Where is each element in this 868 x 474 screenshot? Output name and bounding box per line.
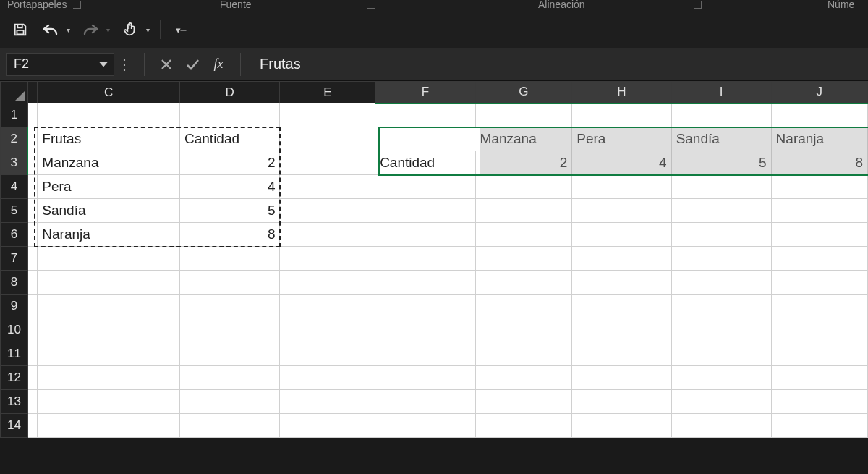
col-header-h[interactable]: H [572,82,671,103]
col-header-c[interactable]: C [38,82,180,103]
cell[interactable]: Naranja [771,127,867,151]
worksheet[interactable]: C D E F G H I J 1 2 Frutas Cantidad Frut… [0,81,868,438]
cell[interactable]: 4 [180,175,280,199]
row-header[interactable]: 2 [1,127,28,151]
cell[interactable]: 5 [671,151,771,175]
row-header[interactable]: 3 [1,151,28,175]
touch-mode-icon[interactable] [120,20,140,40]
divider [240,53,241,76]
cell[interactable]: 2 [180,151,280,175]
col-header-d[interactable]: D [180,82,280,103]
cell[interactable]: Pera [38,175,180,199]
touch-dropdown-icon[interactable]: ▾ [146,26,150,34]
divider [144,53,145,76]
redo-icon[interactable] [80,20,101,40]
cell[interactable]: Manzana [38,151,180,175]
cell[interactable]: Cantidad [375,151,475,175]
cell[interactable]: 5 [180,199,280,223]
save-icon[interactable] [10,20,30,40]
col-header-e[interactable]: E [280,82,375,103]
cell[interactable]: 8 [180,223,280,247]
row-header[interactable]: 9 [1,295,28,318]
row-header[interactable]: 7 [1,247,28,271]
accept-formula-icon[interactable] [179,58,205,71]
row-header[interactable]: 8 [1,271,28,295]
redo-dropdown-icon[interactable]: ▾ [106,26,110,34]
col-header-g[interactable]: G [475,82,572,103]
group-alineacion: Alineación [538,0,702,10]
cell[interactable]: Manzana [475,127,572,151]
name-box[interactable]: F2 [6,53,114,76]
cell[interactable]: Frutas [38,127,180,151]
grid[interactable]: C D E F G H I J 1 2 Frutas Cantidad Frut… [0,81,868,438]
col-header[interactable] [27,82,38,103]
cell[interactable]: Naranja [38,223,180,247]
select-all-corner[interactable] [1,82,28,103]
col-header-f[interactable]: F [375,82,475,103]
undo-dropdown-icon[interactable]: ▾ [67,26,70,34]
col-header-j[interactable]: J [771,82,867,103]
group-portapapeles: Portapapeles [7,0,81,10]
formula-bar: F2 ⋮ fx Frutas [0,48,868,81]
row-header[interactable]: 11 [1,342,28,366]
undo-icon[interactable] [41,20,61,40]
cell[interactable]: Frutas [375,127,475,151]
row-header[interactable]: 4 [1,175,28,199]
group-fuente: Fuente [220,0,375,10]
row-header[interactable]: 6 [1,223,28,247]
fx-icon[interactable]: fx [205,56,231,72]
dialog-launcher-icon[interactable] [367,1,375,9]
group-numero: Núme [827,0,854,10]
dialog-launcher-icon[interactable] [694,1,702,9]
name-box-value: F2 [14,56,29,72]
grid-body[interactable]: 1 2 Frutas Cantidad Frutas Manzana Pera … [1,103,868,438]
row-header[interactable]: 12 [1,366,28,390]
cell[interactable]: 2 [475,151,572,175]
quick-access-toolbar: ▾ ▾ ▾ ▾— [0,12,868,48]
ribbon-group-labels: Portapapeles Fuente Alineación Núme [0,0,868,12]
row-header[interactable]: 10 [1,318,28,342]
cell[interactable]: Sandía [38,199,180,223]
cell[interactable]: Pera [572,127,671,151]
cell[interactable]: 4 [572,151,671,175]
caret-down-icon[interactable] [99,62,108,67]
separator [160,20,161,39]
row-header[interactable]: 14 [1,414,28,438]
dialog-launcher-icon[interactable] [73,1,81,9]
row-header[interactable]: 13 [1,390,28,414]
cancel-formula-icon[interactable] [153,58,179,71]
row-header[interactable]: 5 [1,199,28,223]
row-header[interactable]: 1 [1,103,28,127]
col-header-i[interactable]: I [671,82,771,103]
cell[interactable]: 8 [771,151,867,175]
svg-rect-0 [17,30,23,34]
formula-value: Frutas [260,56,301,72]
vertical-dots-icon[interactable]: ⋮ [114,56,135,73]
cell[interactable]: Cantidad [180,127,280,151]
cell[interactable]: Sandía [671,127,771,151]
customize-qat-icon[interactable]: ▾— [171,20,191,40]
formula-input[interactable]: Frutas [250,56,868,72]
